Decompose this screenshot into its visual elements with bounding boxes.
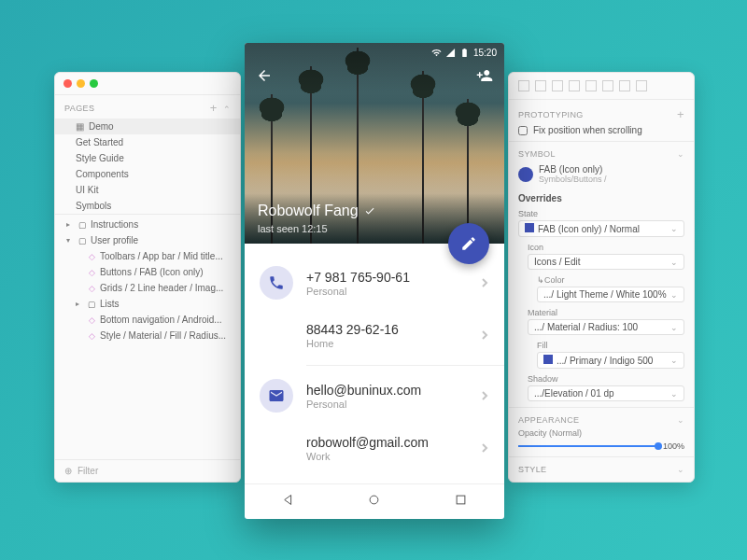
- color-select[interactable]: .../ Light Theme / White 100%⌄: [537, 287, 684, 302]
- caret-icon: ▸: [76, 300, 83, 308]
- layer-label: Instructions: [91, 219, 138, 230]
- page-label: Demo: [89, 121, 114, 132]
- align-vcenter-icon[interactable]: [585, 80, 597, 91]
- color-value: .../ Light Theme / White 100%: [543, 289, 667, 300]
- symbol-path: Symbols/Buttons /: [539, 175, 607, 184]
- opacity-slider[interactable]: 100%: [518, 441, 684, 451]
- shadow-select[interactable]: .../Elevation / 01 dp⌄: [528, 385, 684, 401]
- add-contact-button[interactable]: [476, 67, 493, 88]
- symbol-chip[interactable]: FAB (Icon only)Symbols/Buttons /: [518, 162, 684, 186]
- distribute-h-icon[interactable]: [619, 80, 630, 91]
- page-symbols[interactable]: Symbols: [55, 198, 240, 214]
- back-button[interactable]: [256, 67, 273, 88]
- page-get-started[interactable]: Get Started: [55, 134, 240, 150]
- page-components[interactable]: Components: [55, 166, 240, 182]
- tree-item-fab[interactable]: ◇Buttons / FAB (Icon only): [55, 264, 240, 280]
- android-nav-bar: [245, 483, 504, 519]
- row-secondary: Personal: [306, 399, 480, 410]
- page-style-guide[interactable]: Style Guide: [55, 150, 240, 166]
- edit-fab-button[interactable]: [448, 223, 489, 264]
- tree-item-style[interactable]: ◇Style / Material / Fill / Radius...: [55, 328, 240, 343]
- page-demo[interactable]: ▦Demo: [55, 119, 240, 134]
- folder-icon: ▢: [87, 300, 96, 309]
- clock-text: 15:20: [473, 48, 497, 58]
- inspector-panel: PROTOTYPING+ Fix position when scrolling…: [508, 72, 695, 483]
- add-icon[interactable]: +: [677, 107, 684, 121]
- shadow-value: .../Elevation / 01 dp: [534, 388, 614, 399]
- layer-label: User profile: [91, 235, 138, 245]
- align-left-icon[interactable]: [518, 80, 529, 91]
- svg-rect-1: [457, 496, 465, 504]
- chevron-right-icon: [480, 327, 489, 343]
- distribute-v-icon[interactable]: [636, 80, 647, 91]
- symbol-icon: ◇: [87, 284, 96, 293]
- opacity-label: Opacity (Normal): [518, 428, 582, 438]
- edit-icon: [460, 235, 477, 252]
- chevron-down-icon: ⌄: [670, 224, 678, 233]
- page-label: Style Guide: [76, 153, 124, 163]
- collapse-icon[interactable]: ⌃: [223, 105, 231, 114]
- nav-recents-button[interactable]: [454, 493, 468, 511]
- pages-controls: + ⌃: [210, 101, 231, 115]
- align-bottom-icon[interactable]: [602, 80, 613, 91]
- page-label: UI Kit: [76, 185, 98, 195]
- row-secondary: Work: [306, 451, 480, 462]
- list-item[interactable]: robowolf@gmail.comWork: [245, 422, 504, 474]
- align-hcenter-icon[interactable]: [535, 80, 546, 91]
- list-item[interactable]: 88443 29-62-16Home: [245, 309, 504, 361]
- fix-position-checkbox[interactable]: Fix position when scrolling: [518, 125, 684, 135]
- row-primary: hello@buninux.com: [306, 383, 480, 398]
- align-top-icon[interactable]: [569, 80, 580, 91]
- chevron-down-icon: ⌄: [670, 356, 678, 365]
- opacity-value: 100%: [663, 441, 684, 451]
- square-recents-icon: [454, 493, 468, 507]
- state-label: State: [518, 209, 684, 218]
- align-right-icon[interactable]: [552, 80, 563, 91]
- phone-icon-badge: [260, 266, 293, 300]
- fill-select[interactable]: .../ Primary / Indigo 500⌄: [537, 352, 684, 369]
- chevron-down-icon[interactable]: ⌄: [677, 415, 684, 425]
- filter-row[interactable]: ⊕Filter: [55, 459, 240, 482]
- layer-label: Bottom navigation / Android...: [100, 315, 222, 325]
- add-page-icon[interactable]: +: [210, 101, 218, 115]
- email-icon: [268, 387, 285, 404]
- state-select[interactable]: FAB (Icon only) / Normal⌄: [518, 220, 684, 237]
- name-text: Robowolf Fang: [258, 203, 359, 219]
- layer-label: Buttons / FAB (Icon only): [100, 267, 204, 277]
- caret-icon: ▸: [66, 220, 74, 229]
- symbol-title: SYMBOL: [518, 149, 556, 159]
- tree-item-lists[interactable]: ▸▢Lists: [55, 296, 240, 312]
- tree-item-toolbar[interactable]: ◇Toolbars / App bar / Mid title...: [55, 248, 240, 264]
- fix-position-input[interactable]: [518, 126, 528, 135]
- nav-back-button[interactable]: [281, 493, 295, 511]
- symbol-swatch-icon: [518, 167, 533, 182]
- pages-title: PAGES: [64, 104, 94, 113]
- verified-icon: [364, 205, 375, 217]
- shadow-label: Shadow: [518, 374, 684, 384]
- layers-panel: PAGES + ⌃ ▦Demo Get Started Style Guide …: [54, 72, 241, 483]
- tree-user-profile[interactable]: ▾▢User profile: [55, 232, 240, 248]
- zoom-dot[interactable]: [90, 79, 98, 88]
- page-ui-kit[interactable]: UI Kit: [55, 182, 240, 198]
- tree-instructions[interactable]: ▸▢Instructions: [55, 217, 240, 232]
- person-add-icon: [476, 67, 493, 84]
- tree-item-bottom-nav[interactable]: ◇Bottom navigation / Android...: [55, 312, 240, 328]
- style-section[interactable]: STYLE⌄: [509, 457, 694, 483]
- icon-select[interactable]: Icons / Edit⌄: [528, 254, 684, 270]
- pages-header: PAGES + ⌃: [55, 95, 240, 119]
- list-item[interactable]: hello@buninux.comPersonal: [245, 370, 504, 422]
- top-bar: [245, 63, 504, 91]
- tree-item-grids[interactable]: ◇Grids / 2 Line header / Imag...: [55, 280, 240, 296]
- icon-value: Icons / Edit: [534, 257, 580, 267]
- minimize-dot[interactable]: [77, 79, 85, 88]
- material-select[interactable]: .../ Material / Radius: 100⌄: [528, 319, 684, 335]
- list-item[interactable]: +7 981 765-90-61Personal: [245, 257, 504, 309]
- row-primary: robowolf@gmail.com: [306, 435, 480, 450]
- nav-home-button[interactable]: [367, 493, 381, 511]
- chevron-down-icon: ⌄: [670, 389, 678, 399]
- chevron-right-icon: [480, 274, 489, 291]
- color-label: ↳Color: [518, 275, 684, 285]
- close-dot[interactable]: [63, 79, 72, 88]
- chevron-down-icon[interactable]: ⌄: [677, 149, 684, 159]
- folder-icon: ▢: [78, 236, 87, 245]
